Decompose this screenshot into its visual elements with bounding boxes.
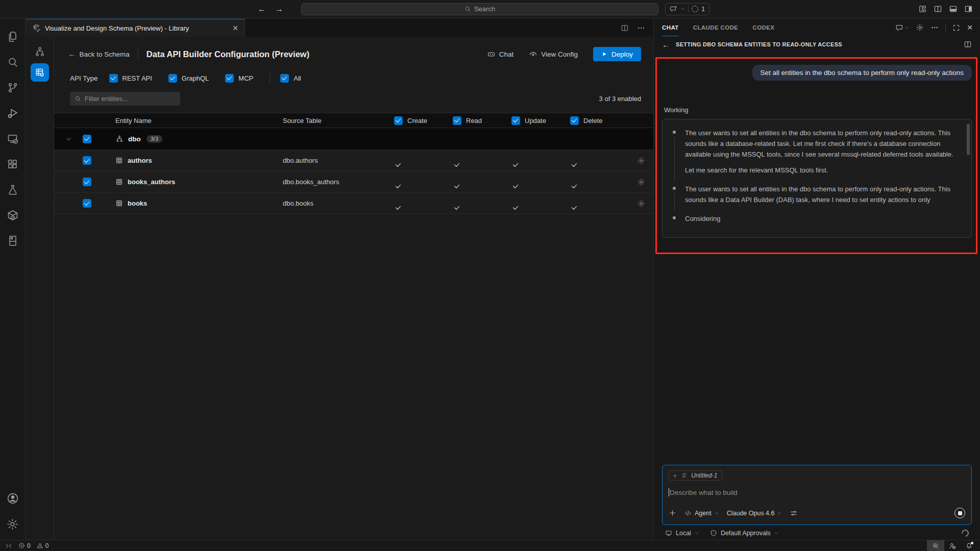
chat-settings-gear-icon[interactable] xyxy=(916,23,924,32)
back-to-schema-link[interactable]: ← Back to Schema xyxy=(68,51,130,58)
error-icon xyxy=(18,542,25,549)
chat-more-icon[interactable] xyxy=(930,23,939,32)
search-view-icon[interactable] xyxy=(1,49,25,75)
toggle-secondary-sidebar-icon[interactable] xyxy=(964,5,973,13)
context-chip-label: Untitled-1 xyxy=(691,472,717,479)
problems-errors[interactable]: 0 xyxy=(18,542,31,549)
group-checkbox[interactable] xyxy=(83,135,91,143)
row-checkbox[interactable] xyxy=(83,178,91,186)
thinking-entry: The user wants to set all entities in th… xyxy=(671,128,963,176)
tab-chat[interactable]: CHAT xyxy=(662,19,679,36)
nav-forward-icon[interactable]: → xyxy=(275,5,283,14)
container-icon[interactable] xyxy=(1,203,25,228)
chat-input-box[interactable]: Untitled-1 Describe what to build Agent … xyxy=(662,465,972,525)
attach-plus-icon[interactable] xyxy=(669,509,676,517)
api-option-rest[interactable]: REST API xyxy=(109,74,152,83)
row-settings-icon[interactable] xyxy=(637,178,645,186)
split-editor-icon[interactable] xyxy=(934,5,942,13)
chat-panel: CHAT CLAUDE CODE CODEX ✕ ← SETTING DBO S… xyxy=(653,19,980,540)
tab-close-icon[interactable]: ✕ xyxy=(232,24,238,32)
api-option-graphql[interactable]: GraphQL xyxy=(168,74,209,83)
chat-text-input[interactable]: Describe what to build xyxy=(669,488,965,496)
graphql-checkbox[interactable] xyxy=(168,74,177,83)
row-checkbox[interactable] xyxy=(83,199,91,208)
deploy-button[interactable]: Deploy xyxy=(593,47,641,61)
notification-dot xyxy=(971,542,973,544)
source-control-icon[interactable] xyxy=(1,75,25,101)
nav-back-icon[interactable]: ← xyxy=(258,5,266,14)
model-picker[interactable]: Claude Opus 4.6 xyxy=(727,510,782,517)
zoom-status-button[interactable] xyxy=(927,540,944,551)
schema-designer-icon[interactable] xyxy=(34,46,45,57)
filter-entities-input[interactable]: Filter entities... xyxy=(70,92,180,106)
api-builder-config-button[interactable] xyxy=(31,63,49,82)
approvals-picker[interactable]: Default Approvals xyxy=(710,530,778,537)
extensions-icon[interactable] xyxy=(1,152,25,177)
editor-tab[interactable]: Visualize and Design Schema (Preview) - … xyxy=(26,19,245,37)
table-row[interactable]: authors dbo.authors xyxy=(54,150,653,171)
remote-explorer-icon[interactable] xyxy=(1,126,25,152)
new-chat-button[interactable] xyxy=(895,23,909,32)
testing-icon[interactable] xyxy=(1,177,25,203)
table-row[interactable]: books dbo.books xyxy=(54,193,653,214)
chat-button[interactable]: Chat xyxy=(487,50,514,59)
group-name: dbo xyxy=(128,135,141,143)
session-split-icon[interactable] xyxy=(964,40,972,48)
col-create: Create xyxy=(394,116,453,125)
notifications-bell-button[interactable] xyxy=(961,540,977,551)
close-panel-icon[interactable]: ✕ xyxy=(967,23,973,32)
toggle-panel-icon[interactable] xyxy=(949,5,958,13)
tab-codex[interactable]: CODEX xyxy=(752,19,774,36)
schema-group-row[interactable]: dbo 3/3 xyxy=(54,128,653,150)
remote-indicator-icon[interactable] xyxy=(5,542,12,549)
more-actions-icon[interactable] xyxy=(637,24,645,32)
read-all-checkbox[interactable] xyxy=(453,116,461,125)
back-arrow-icon: ← xyxy=(68,51,76,58)
api-option-all[interactable]: All xyxy=(280,74,301,83)
status-bar: 0 0 xyxy=(0,540,980,551)
split-editor-action-icon[interactable] xyxy=(621,24,629,32)
search-input[interactable]: Search xyxy=(301,3,658,15)
customize-layout-icon[interactable] xyxy=(918,5,927,13)
explorer-icon[interactable] xyxy=(1,24,25,49)
table-header-row: Entity Name Source Table Create Read Upd… xyxy=(54,113,653,128)
table-row[interactable]: books_authors dbo.books_authors xyxy=(54,171,653,193)
chat-session-header: ← SETTING DBO SCHEMA ENTITIES TO READ-ON… xyxy=(654,36,980,53)
problems-warnings[interactable]: 0 xyxy=(37,542,49,549)
text-caret xyxy=(669,488,669,496)
accounts-icon[interactable] xyxy=(1,486,25,511)
row-settings-icon[interactable] xyxy=(637,199,645,208)
thinking-scrollbar[interactable] xyxy=(967,123,970,155)
api-option-mcp[interactable]: MCP xyxy=(225,74,253,83)
row-checkbox[interactable] xyxy=(83,156,91,165)
thinking-box[interactable]: The user wants to set all entities in th… xyxy=(662,119,972,238)
settings-gear-icon[interactable] xyxy=(1,511,25,537)
col-source-table: Source Table xyxy=(266,117,394,124)
mcp-checkbox[interactable] xyxy=(225,74,234,83)
rest-api-checkbox[interactable] xyxy=(109,74,118,83)
copilot-badge[interactable]: 1 xyxy=(665,3,709,15)
update-all-checkbox[interactable] xyxy=(511,116,520,125)
accounts-status-button[interactable] xyxy=(944,540,961,551)
maximize-icon[interactable] xyxy=(952,24,960,32)
row-settings-icon[interactable] xyxy=(637,157,645,165)
editor-group: Visualize and Design Schema (Preview) - … xyxy=(26,19,653,540)
run-debug-icon[interactable] xyxy=(1,101,25,126)
session-back-icon[interactable]: ← xyxy=(662,40,670,49)
stop-button[interactable] xyxy=(954,508,965,518)
title-bar: ← → Search 1 xyxy=(0,0,980,18)
environment-picker[interactable]: Local xyxy=(665,530,699,537)
tab-claude-code[interactable]: CLAUDE CODE xyxy=(693,19,739,36)
chat-conversation: Set all entities in the dbo schema to pe… xyxy=(654,53,980,443)
mode-picker[interactable]: Agent xyxy=(684,510,719,517)
all-checkbox[interactable] xyxy=(280,74,289,83)
context-chip[interactable]: Untitled-1 xyxy=(669,470,722,481)
tools-sliders-icon[interactable] xyxy=(790,509,798,517)
delete-all-checkbox[interactable] xyxy=(570,116,579,125)
database-projects-icon[interactable] xyxy=(1,228,25,254)
api-type-label: API Type xyxy=(70,74,98,82)
chevron-expand-icon[interactable] xyxy=(65,136,72,142)
loading-spinner-icon xyxy=(960,528,970,538)
create-all-checkbox[interactable] xyxy=(394,116,403,125)
view-config-button[interactable]: View Config xyxy=(529,50,578,59)
